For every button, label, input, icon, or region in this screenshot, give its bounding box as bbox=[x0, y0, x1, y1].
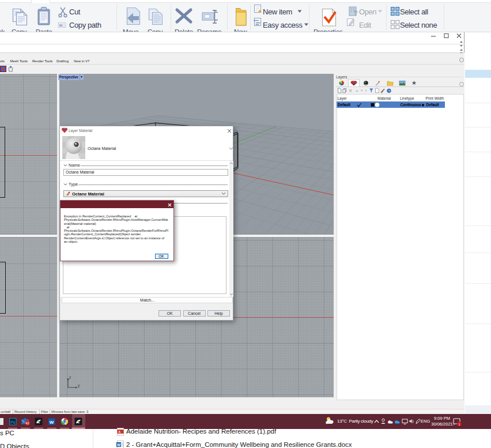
svg-text:y: y bbox=[78, 383, 80, 388]
svg-text:W...: W... bbox=[59, 24, 66, 27]
svg-text:A: A bbox=[118, 430, 120, 434]
svg-text:z: z bbox=[69, 375, 71, 379]
svg-text:Ps: Ps bbox=[10, 420, 16, 424]
svg-text:1: 1 bbox=[459, 423, 460, 426]
svg-text:?: ? bbox=[388, 88, 390, 92]
svg-text:43: 43 bbox=[25, 421, 29, 425]
svg-text:W: W bbox=[50, 420, 54, 425]
svg-text:W: W bbox=[117, 443, 121, 447]
